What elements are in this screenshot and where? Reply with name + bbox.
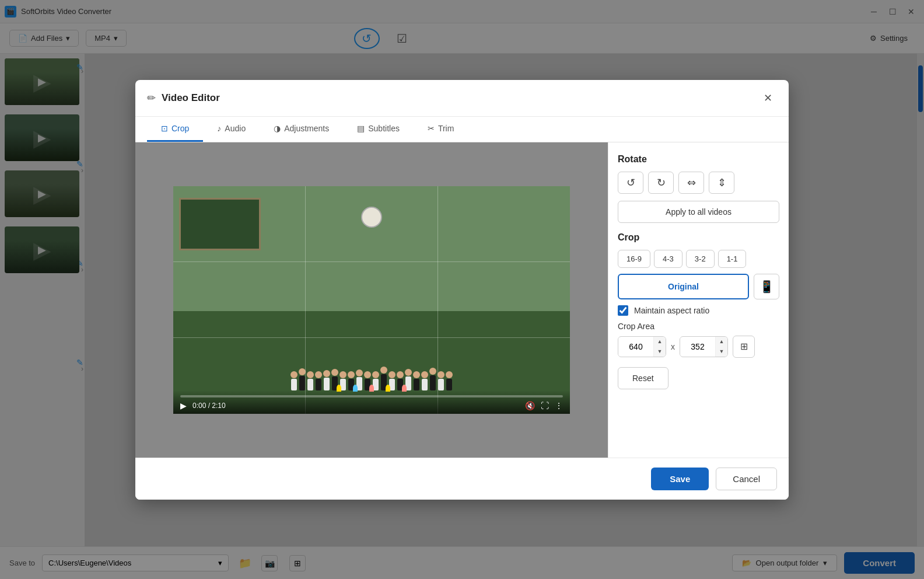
time-display: 0:00 / 2:10 [192, 402, 226, 410]
flip-vertical-button[interactable]: ⇕ [709, 172, 734, 194]
video-panel: ▶ 0:00 / 2:10 🔇 ⛶ ⋮ [135, 142, 608, 458]
rotate-ccw-icon: ↺ [626, 176, 635, 189]
right-panel: Rotate ↺ ↻ ⇔ ⇕ [608, 142, 789, 458]
height-spinners: ▲ ▼ [715, 337, 727, 357]
crop-area-label: Crop Area [618, 322, 779, 331]
portrait-button[interactable]: 📱 [754, 274, 779, 299]
flip-v-icon: ⇕ [718, 176, 726, 189]
original-row: Original 📱 [618, 274, 779, 299]
trim-tab-icon: ✂ [428, 124, 435, 133]
ratio-1-1-button[interactable]: 1-1 [718, 250, 747, 268]
width-input-wrap: ▲ ▼ [618, 336, 666, 357]
modal-body: ▶ 0:00 / 2:10 🔇 ⛶ ⋮ [135, 142, 789, 458]
height-up-button[interactable]: ▲ [716, 337, 727, 347]
crop-width-input[interactable] [618, 337, 653, 356]
maintain-aspect-checkbox[interactable] [618, 305, 628, 316]
video-controls-right: 🔇 ⛶ ⋮ [525, 401, 563, 410]
more-button[interactable]: ⋮ [555, 401, 563, 410]
chalkboard [179, 198, 261, 250]
subtitles-tab-label: Subtitles [368, 124, 400, 133]
trim-tab-label: Trim [438, 124, 454, 133]
tab-audio[interactable]: ♪ Audio [203, 117, 260, 142]
modal-title: Video Editor [162, 92, 759, 104]
clock [361, 207, 382, 228]
width-up-button[interactable]: ▲ [654, 337, 666, 347]
modal-header: ✏ Video Editor ✕ [135, 80, 789, 117]
video-container: ▶ 0:00 / 2:10 🔇 ⛶ ⋮ [173, 186, 570, 414]
portrait-icon: 📱 [760, 280, 774, 294]
modal-tabs: ⊡ Crop ♪ Audio ◑ Adjustments ▤ Subtitles… [135, 117, 789, 142]
play-button[interactable]: ▶ [180, 401, 187, 410]
ratio-3-2-button[interactable]: 3-2 [686, 250, 715, 268]
height-down-button[interactable]: ▼ [716, 347, 727, 357]
controls-row: ▶ 0:00 / 2:10 🔇 ⛶ ⋮ [180, 401, 563, 410]
grid-icon: ⊞ [740, 341, 748, 352]
original-button[interactable]: Original [618, 274, 749, 299]
audio-tab-icon: ♪ [217, 124, 221, 133]
subtitles-tab-icon: ▤ [357, 124, 365, 133]
rotate-cw-icon: ↻ [657, 176, 666, 189]
crop-grid-button[interactable]: ⊞ [733, 336, 755, 358]
tab-crop[interactable]: ⊡ Crop [147, 117, 203, 142]
adjustments-tab-label: Adjustments [284, 124, 329, 133]
rotate-section-title: Rotate [618, 154, 779, 165]
mute-button[interactable]: 🔇 [525, 401, 535, 410]
modal-header-icon: ✏ [147, 92, 156, 104]
crop-inputs: ▲ ▼ x ▲ ▼ [618, 336, 779, 358]
cancel-button[interactable]: Cancel [716, 468, 777, 490]
width-down-button[interactable]: ▼ [654, 347, 666, 357]
progress-bar[interactable] [180, 395, 563, 397]
rotate-buttons: ↺ ↻ ⇔ ⇕ [618, 172, 779, 194]
modal-footer: Save Cancel [135, 458, 789, 500]
audio-tab-label: Audio [225, 124, 246, 133]
flip-h-icon: ⇔ [687, 176, 696, 189]
adjustments-tab-icon: ◑ [274, 124, 281, 133]
video-editor-modal: ✏ Video Editor ✕ ⊡ Crop ♪ Audio ◑ Adjust… [135, 80, 789, 500]
flip-horizontal-button[interactable]: ⇔ [678, 172, 704, 194]
tab-trim[interactable]: ✂ Trim [414, 117, 468, 142]
crop-tab-label: Crop [172, 124, 189, 133]
app-window: 🎬 SoftOrbits Video Converter ─ ☐ ✕ 📄 Add… [0, 0, 924, 579]
crop-ratios: 16-9 4-3 3-2 1-1 [618, 250, 779, 268]
video-controls: ▶ 0:00 / 2:10 🔇 ⛶ ⋮ [173, 390, 570, 414]
tab-subtitles[interactable]: ▤ Subtitles [343, 117, 414, 142]
crop-section-title: Crop [618, 232, 779, 243]
crop-tab-icon: ⊡ [161, 124, 168, 133]
maintain-aspect-row: Maintain aspect ratio [618, 305, 779, 316]
video-scene [173, 186, 570, 414]
crop-x-label: x [671, 342, 675, 351]
reset-button[interactable]: Reset [618, 367, 668, 389]
crop-section: Crop 16-9 4-3 3-2 1-1 Original 📱 [618, 232, 779, 358]
rotate-cw-button[interactable]: ↻ [648, 172, 674, 194]
save-button[interactable]: Save [651, 468, 709, 490]
crop-height-input[interactable] [680, 337, 715, 356]
maintain-aspect-label: Maintain aspect ratio [634, 306, 709, 315]
fullscreen-button[interactable]: ⛶ [541, 401, 549, 410]
modal-overlay: ✏ Video Editor ✕ ⊡ Crop ♪ Audio ◑ Adjust… [0, 0, 924, 579]
ratio-4-3-button[interactable]: 4-3 [654, 250, 682, 268]
modal-close-button[interactable]: ✕ [759, 89, 777, 107]
width-spinners: ▲ ▼ [653, 337, 666, 357]
rotate-ccw-button[interactable]: ↺ [618, 172, 643, 194]
rotate-section: Rotate ↺ ↻ ⇔ ⇕ [618, 154, 779, 223]
tab-adjustments[interactable]: ◑ Adjustments [260, 117, 343, 142]
apply-to-all-videos-button[interactable]: Apply to all videos [618, 201, 779, 223]
height-input-wrap: ▲ ▼ [680, 336, 728, 357]
ratio-16-9-button[interactable]: 16-9 [618, 250, 650, 268]
